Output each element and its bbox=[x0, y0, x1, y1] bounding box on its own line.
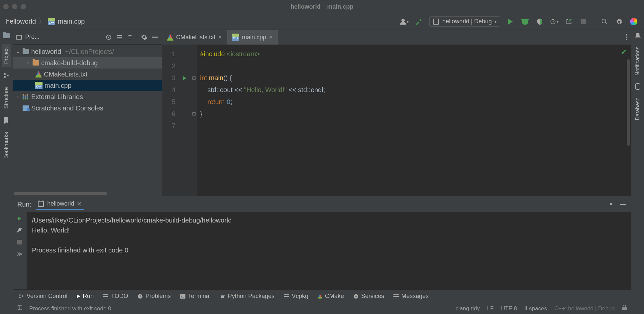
svg-point-1 bbox=[602, 19, 606, 23]
build-hammer-icon[interactable] bbox=[415, 17, 423, 26]
stop-icon[interactable] bbox=[17, 239, 22, 246]
status-tool-icon[interactable] bbox=[17, 305, 23, 312]
structure-rail-tab[interactable]: Structure bbox=[2, 84, 11, 112]
project-view-icon[interactable] bbox=[16, 35, 22, 40]
debug-button[interactable] bbox=[521, 17, 529, 26]
bottom-tool-bar: Version Control Run TODO !Problems Termi… bbox=[13, 289, 631, 303]
rerun-icon[interactable] bbox=[18, 215, 21, 222]
line-number: 4 bbox=[162, 84, 175, 96]
collapse-all-icon[interactable] bbox=[126, 34, 134, 41]
breadcrumb-root[interactable]: helloworld bbox=[6, 18, 36, 25]
status-clang[interactable]: .clang-tidy bbox=[454, 305, 480, 312]
expand-all-icon[interactable] bbox=[116, 34, 123, 41]
profile-icon[interactable]: ▾ bbox=[550, 17, 559, 26]
tab-options-icon[interactable] bbox=[626, 34, 627, 40]
bb-todo[interactable]: TODO bbox=[103, 293, 128, 300]
tree-external-libs[interactable]: › External Libraries bbox=[13, 91, 162, 102]
code-area[interactable]: 1 2 3 4 5 6 7 ⊟ bbox=[162, 45, 631, 196]
tree-scratches[interactable]: Scratches and Consoles bbox=[13, 102, 162, 114]
notifications-rail-icon[interactable] bbox=[634, 32, 641, 39]
structure-rail-icon[interactable] bbox=[3, 72, 10, 79]
breadcrumb-file[interactable]: main.cpp bbox=[58, 18, 85, 25]
analysis-ok-icon[interactable]: ✔ bbox=[621, 48, 627, 57]
bb-terminal[interactable]: Terminal bbox=[180, 293, 211, 300]
search-icon[interactable] bbox=[600, 17, 609, 26]
project-tree[interactable]: ⌄ helloworld ~/CLionProjects/ › cmake-bu… bbox=[13, 45, 162, 191]
run-line-icon[interactable] bbox=[179, 72, 191, 84]
svg-point-7 bbox=[108, 37, 109, 38]
run-panel-tab[interactable]: helloworld ✕ bbox=[36, 199, 84, 210]
status-encoding[interactable]: UTF-8 bbox=[501, 305, 517, 312]
bb-services[interactable]: Services bbox=[353, 293, 384, 300]
project-rail-tab[interactable]: Project bbox=[2, 44, 11, 67]
notifications-rail-tab[interactable]: Notifications bbox=[633, 43, 642, 79]
chevron-down-icon: ▾ bbox=[494, 19, 496, 24]
maximize-window[interactable] bbox=[21, 4, 26, 9]
run-settings-icon[interactable] bbox=[607, 201, 615, 208]
tab-main-cpp[interactable]: main.cpp ✕ bbox=[227, 30, 278, 45]
chevron-down-icon[interactable]: ⌄ bbox=[15, 49, 21, 54]
fold-end-icon[interactable]: ⊡ bbox=[191, 108, 197, 120]
more-icon[interactable]: ≫ bbox=[17, 251, 23, 257]
tree-cmake-build[interactable]: › cmake-build-debug bbox=[13, 57, 162, 69]
status-line-ending[interactable]: LF bbox=[487, 305, 494, 312]
project-rail-icon[interactable] bbox=[3, 32, 10, 39]
status-lock-icon[interactable] bbox=[622, 305, 627, 312]
attach-icon[interactable] bbox=[565, 17, 573, 26]
coverage-icon[interactable] bbox=[535, 17, 544, 26]
chevron-right-icon[interactable]: › bbox=[25, 60, 31, 66]
editor: CMakeLists.txt ✕ main.cpp ✕ 1 bbox=[162, 30, 631, 196]
app-icon bbox=[433, 19, 439, 25]
wrench-icon[interactable] bbox=[17, 227, 23, 235]
tree-cmakelists[interactable]: CMakeLists.txt bbox=[13, 69, 162, 80]
chevron-right-icon[interactable]: › bbox=[15, 94, 21, 99]
close-window[interactable] bbox=[3, 4, 9, 9]
close-run-tab-icon[interactable]: ✕ bbox=[77, 200, 82, 208]
console-line: /Users/itkey/CLionProjects/helloworld/cm… bbox=[32, 217, 232, 224]
breadcrumb[interactable]: helloworld 〉 main.cpp bbox=[0, 17, 85, 26]
bb-vcpkg[interactable]: Vcpkg bbox=[284, 293, 308, 300]
library-icon bbox=[23, 94, 29, 99]
settings-icon[interactable] bbox=[615, 17, 623, 26]
bb-python[interactable]: Python Packages bbox=[220, 293, 274, 300]
tree-root[interactable]: ⌄ helloworld ~/CLionProjects/ bbox=[13, 46, 162, 57]
bb-run[interactable]: Run bbox=[77, 293, 94, 300]
panel-settings-icon[interactable] bbox=[141, 34, 148, 41]
tab-cmakelists[interactable]: CMakeLists.txt ✕ bbox=[162, 30, 227, 45]
svg-rect-17 bbox=[622, 307, 627, 310]
bb-version-control[interactable]: Version Control bbox=[19, 293, 67, 300]
svg-text:!: ! bbox=[140, 295, 141, 298]
tree-main-cpp[interactable]: main.cpp bbox=[13, 80, 162, 91]
project-horizontal-scrollbar[interactable] bbox=[13, 191, 162, 196]
bookmarks-rail-tab[interactable]: Bookmarks bbox=[2, 129, 11, 162]
bb-cmake[interactable]: CMake bbox=[318, 293, 344, 300]
fold-start-icon[interactable]: ⊟ bbox=[191, 72, 197, 84]
folder-icon bbox=[33, 60, 39, 66]
code-text[interactable]: #include <iostream> int main() { std::co… bbox=[197, 45, 631, 196]
user-icon[interactable]: ▾ bbox=[400, 17, 409, 26]
status-context[interactable]: C++: helloworld | Debug bbox=[554, 305, 615, 312]
minimize-window[interactable] bbox=[12, 4, 17, 9]
database-rail-tab[interactable]: Database bbox=[633, 94, 642, 124]
select-opened-icon[interactable] bbox=[105, 34, 112, 41]
fold-gutter[interactable]: ⊟ ⊡ bbox=[191, 45, 197, 196]
titlebar: helloworld – main.cpp bbox=[0, 0, 644, 13]
close-tab-icon[interactable]: ✕ bbox=[269, 34, 273, 40]
bb-problems[interactable]: !Problems bbox=[138, 293, 171, 300]
run-configuration-selector[interactable]: helloworld | Debug ▾ bbox=[429, 16, 500, 27]
run-button[interactable] bbox=[506, 17, 515, 26]
tree-label: cmake-build-debug bbox=[41, 59, 98, 67]
bb-messages[interactable]: Messages bbox=[393, 293, 429, 300]
console-output[interactable]: /Users/itkey/CLionProjects/helloworld/cm… bbox=[27, 212, 631, 289]
jetbrains-icon[interactable] bbox=[629, 17, 638, 26]
close-tab-icon[interactable]: ✕ bbox=[218, 34, 222, 40]
bookmarks-rail-icon[interactable] bbox=[3, 117, 10, 124]
project-panel-title[interactable]: Pro... bbox=[25, 34, 40, 41]
editor-scrollbar[interactable] bbox=[627, 59, 630, 146]
stop-button[interactable] bbox=[579, 17, 588, 26]
hide-panel-icon[interactable] bbox=[151, 34, 159, 41]
hide-run-panel-icon[interactable] bbox=[619, 201, 627, 208]
status-indent[interactable]: 4 spaces bbox=[524, 305, 547, 312]
database-rail-icon[interactable] bbox=[634, 83, 641, 90]
line-number-gutter[interactable]: 1 2 3 4 5 6 7 bbox=[162, 45, 179, 196]
